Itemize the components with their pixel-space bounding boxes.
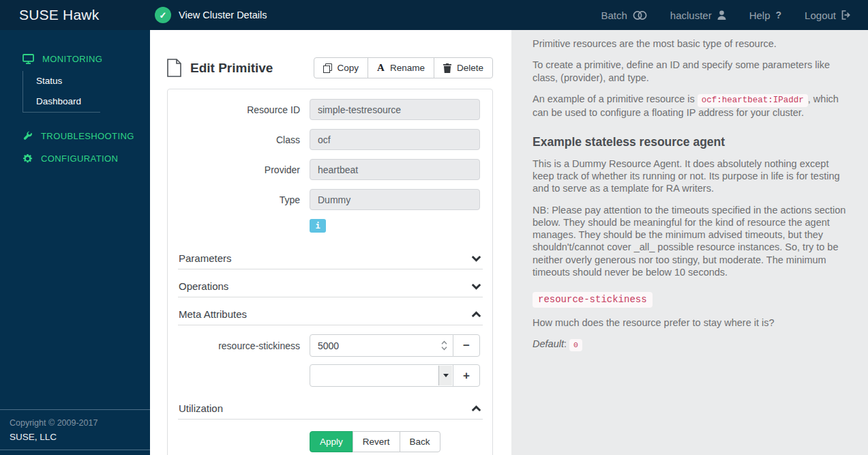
batch-toggle-icon <box>633 10 647 20</box>
question-icon: ? <box>776 10 782 20</box>
meta-attributes-body: resource-stickiness − <box>178 334 483 387</box>
delete-button[interactable]: Delete <box>434 57 493 78</box>
meta-attribute-row: resource-stickiness − <box>178 334 483 357</box>
help-panel: Primitive resources are the most basic t… <box>511 30 868 455</box>
code-snippet: ocf:heartbeat:IPaddr <box>698 94 808 107</box>
resource-stickiness-label: resource-stickiness <box>178 340 310 351</box>
cluster-ok-icon: ✓ <box>155 7 171 23</box>
edit-primitive-panel: Edit Primitive Copy A Rename <box>150 30 511 455</box>
revert-button[interactable]: Revert <box>353 431 400 452</box>
cluster-status-label: View Cluster Details <box>179 10 267 20</box>
section-operations[interactable]: Operations <box>178 272 483 297</box>
batch-label: Batch <box>601 10 627 21</box>
monitor-icon <box>23 54 34 64</box>
sidebar: MONITORING Status Dashboard TROUBLESHOOT… <box>0 30 150 455</box>
parameters-label: Parameters <box>179 252 232 264</box>
form-row: Class <box>178 129 483 150</box>
provider-label: Provider <box>178 164 310 175</box>
sidebar-item-status[interactable]: Status <box>23 71 100 91</box>
help-paragraph: An example of a primitive resource is oc… <box>533 93 850 119</box>
sidebar-item-dashboard[interactable]: Dashboard <box>23 91 100 112</box>
form-actions: Apply Revert Back <box>310 431 483 452</box>
new-attribute-select-value <box>310 365 438 386</box>
rename-icon: A <box>377 62 385 74</box>
sidebar-item-configuration[interactable]: CONFIGURATION <box>0 147 150 170</box>
add-attribute-button[interactable]: + <box>453 364 480 387</box>
form-row: Resource ID <box>178 99 483 120</box>
section-meta-attributes[interactable]: Meta Attributes <box>178 300 483 325</box>
help-paragraph: This is a Dummy Resource Agent. It does … <box>533 158 850 195</box>
copyright-text: Copyright © 2009-2017 <box>10 418 140 428</box>
help-text: An example of a primitive resource is <box>533 93 698 104</box>
parameter-description: How much does the resource prefer to sta… <box>533 317 850 329</box>
default-separator: : <box>564 338 569 349</box>
rename-button[interactable]: A Rename <box>368 57 434 78</box>
sidebar-footer: Copyright © 2009-2017 SUSE, LLC <box>0 409 150 450</box>
meta-attributes-label: Meta Attributes <box>179 308 247 320</box>
class-field <box>310 129 480 150</box>
select-dropdown-icon <box>438 366 452 385</box>
brand-logo[interactable]: SUSE Hawk <box>0 7 150 23</box>
resource-toolbar: Copy A Rename Delete <box>314 57 493 78</box>
company-name: SUSE, LLC <box>10 432 140 442</box>
form-row: Type <box>178 189 483 210</box>
section-utilization[interactable]: Utilization <box>178 394 483 420</box>
new-attribute-select[interactable] <box>310 364 453 387</box>
agent-info-button[interactable]: i <box>310 219 326 233</box>
copy-button[interactable]: Copy <box>314 57 369 78</box>
configuration-label: CONFIGURATION <box>41 153 118 164</box>
monitoring-submenu: Status Dashboard <box>23 71 100 113</box>
class-label: Class <box>178 134 310 145</box>
parameter-default-row: Default: 0 <box>533 338 850 350</box>
number-spinner-icon[interactable] <box>441 334 447 357</box>
resource-id-label: Resource ID <box>178 104 310 115</box>
troubleshooting-label: TROUBLESHOOTING <box>41 131 134 141</box>
utilization-label: Utilization <box>179 402 223 414</box>
sidebar-item-monitoring[interactable]: MONITORING <box>0 48 150 70</box>
copy-label: Copy <box>338 63 359 73</box>
parameter-name-badge-row: resource-stickiness <box>533 293 850 306</box>
sidebar-item-troubleshooting[interactable]: TROUBLESHOOTING <box>0 125 150 147</box>
remove-attribute-button[interactable]: − <box>453 334 480 357</box>
navbar-right: Batch hacluster Help ? Logout <box>601 10 868 21</box>
gear-icon <box>23 153 33 164</box>
monitoring-label: MONITORING <box>42 54 102 64</box>
chevron-down-icon <box>471 255 481 262</box>
help-paragraph: Primitive resources are the most basic t… <box>533 38 850 50</box>
wrench-icon <box>23 131 33 141</box>
logout-label: Logout <box>805 10 836 21</box>
page-header: Edit Primitive Copy A Rename <box>167 57 493 78</box>
batch-menu-item[interactable]: Batch <box>601 10 646 21</box>
default-value-badge: 0 <box>569 339 582 351</box>
username-label: hacluster <box>670 10 712 21</box>
sidebar-nav: MONITORING Status Dashboard TROUBLESHOOT… <box>0 30 150 170</box>
primitive-form-card: Resource ID Class Provider Type <box>167 89 493 455</box>
form-row: Provider <box>178 159 483 180</box>
help-paragraph: NB: Please pay attention to the timeouts… <box>533 204 850 279</box>
apply-button[interactable]: Apply <box>310 431 353 452</box>
rename-label: Rename <box>390 63 425 73</box>
resource-stickiness-input[interactable] <box>310 334 453 357</box>
parameter-name-badge: resource-stickiness <box>533 292 653 308</box>
user-menu-item[interactable]: hacluster <box>670 10 726 21</box>
help-paragraph: To create a primitive, define an ID and … <box>533 59 850 84</box>
chevron-down-icon <box>471 283 481 290</box>
delete-label: Delete <box>457 63 483 73</box>
cluster-status-link[interactable]: ✓ View Cluster Details <box>155 7 267 23</box>
new-attribute-row: + <box>178 364 483 387</box>
type-field <box>310 189 480 210</box>
section-parameters[interactable]: Parameters <box>178 244 483 269</box>
back-button[interactable]: Back <box>400 431 440 452</box>
help-label: Help <box>749 10 770 21</box>
help-menu-item[interactable]: Help ? <box>749 10 781 21</box>
chevron-up-icon <box>471 405 481 412</box>
default-label: Default <box>533 338 564 349</box>
info-row: i <box>310 219 483 233</box>
document-icon <box>167 59 181 77</box>
app-window: SUSE Hawk ✓ View Cluster Details Batch h… <box>0 0 868 455</box>
logout-menu-item[interactable]: Logout <box>805 10 852 21</box>
page-title: Edit Primitive <box>190 61 273 76</box>
provider-field <box>310 159 480 180</box>
type-label: Type <box>178 194 310 205</box>
user-icon <box>717 10 726 20</box>
